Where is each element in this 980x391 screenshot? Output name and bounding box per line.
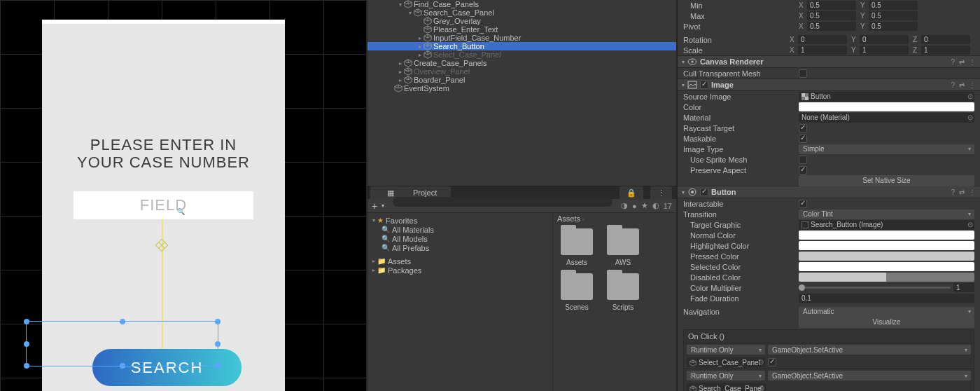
- object-picker-icon[interactable]: ⊙: [759, 384, 764, 391]
- hierarchy-item[interactable]: EventSystem: [368, 84, 676, 92]
- preset-icon[interactable]: ⇄: [959, 188, 965, 196]
- folder-item[interactable]: Scenes: [557, 273, 596, 311]
- button-header[interactable]: ▾ Button ? ⇄ ⋮: [678, 186, 980, 198]
- canvas-renderer-header[interactable]: ▾ Canvas Renderer ? ⇄ ⋮: [678, 55, 980, 68]
- favorite-item[interactable]: 🔍All Materials: [368, 225, 552, 234]
- resize-handle[interactable]: [215, 341, 220, 347]
- scale-x-input[interactable]: [798, 46, 847, 55]
- foldout-icon[interactable]: ▸: [416, 43, 424, 50]
- navigation-dropdown[interactable]: Automatic: [799, 307, 974, 317]
- project-tree[interactable]: ▾★ Favorites 🔍All Materials🔍All Models🔍A…: [368, 213, 553, 391]
- disabled-color-swatch[interactable]: [799, 273, 974, 282]
- project-search-input[interactable]: [393, 197, 612, 207]
- add-button[interactable]: +: [372, 200, 377, 212]
- rot-y-input[interactable]: [860, 35, 909, 44]
- selection-box[interactable]: [26, 321, 218, 366]
- fade-duration-input[interactable]: [799, 294, 974, 303]
- hierarchy-item[interactable]: ▸Search_Button: [368, 42, 676, 50]
- inspector-panel[interactable]: Min X Y Max X Y Pivot X Y Rotation X Y Z…: [676, 0, 980, 391]
- image-type-dropdown[interactable]: Simple: [799, 144, 974, 154]
- set-native-size-button[interactable]: Set Native Size: [799, 175, 974, 186]
- scale-y-input[interactable]: [860, 46, 909, 55]
- source-image-field[interactable]: Button⊙: [799, 92, 974, 102]
- project-panel[interactable]: ▦Project 🔒 ⋮ + ▾ 🔍 ◑ ● ★ ◐ 17 ▾★ Favorit…: [366, 186, 676, 391]
- foldout-icon[interactable]: ▾: [682, 59, 685, 65]
- folder-item[interactable]: Assets: [557, 228, 596, 266]
- folder-item[interactable]: AWS: [603, 228, 643, 266]
- event-arg-checkbox[interactable]: [768, 358, 776, 366]
- runtime-dropdown[interactable]: Runtime Only: [687, 371, 765, 380]
- project-search[interactable]: 🔍: [393, 197, 612, 215]
- event-object-field[interactable]: Search_Case_Panel⊙: [687, 383, 766, 391]
- rot-z-input[interactable]: [921, 35, 970, 44]
- object-picker-icon[interactable]: ⊙: [758, 358, 764, 366]
- hierarchy-item[interactable]: ▸Select_Case_Panel: [368, 50, 676, 59]
- object-picker-icon[interactable]: ⊙: [967, 221, 973, 228]
- scale-z-input[interactable]: [921, 46, 970, 55]
- color-multiplier-slider[interactable]: [799, 287, 951, 289]
- hierarchy-item[interactable]: ▸Overview_Panel: [368, 67, 676, 76]
- image-header[interactable]: ▾ Image ? ⇄ ⋮: [678, 78, 980, 91]
- maskable-checkbox[interactable]: [799, 135, 807, 143]
- highlighted-color-swatch[interactable]: [799, 241, 974, 250]
- rot-x-input[interactable]: [798, 35, 847, 44]
- foldout-icon[interactable]: ▸: [397, 69, 404, 75]
- foldout-icon[interactable]: ▾: [407, 10, 414, 16]
- cull-checkbox[interactable]: [799, 69, 807, 78]
- hidden-toggle-icon[interactable]: ◐: [652, 201, 659, 210]
- breadcrumb[interactable]: Assets ›: [553, 213, 676, 224]
- object-picker-icon[interactable]: ⊙: [967, 92, 973, 100]
- target-graphic-field[interactable]: Search_Button (Image)⊙: [799, 220, 974, 230]
- menu-icon[interactable]: ⋮: [650, 186, 672, 200]
- filter-icon[interactable]: ●: [632, 202, 637, 210]
- case-number-input[interactable]: FIELD: [74, 191, 253, 219]
- packages-folder[interactable]: ▸📁 Packages: [368, 266, 552, 275]
- normal-color-swatch[interactable]: [799, 231, 974, 240]
- help-icon[interactable]: ?: [951, 58, 955, 66]
- pivot-y-input[interactable]: [869, 22, 918, 31]
- resize-handle[interactable]: [215, 363, 220, 369]
- foldout-icon[interactable]: ▾: [682, 82, 685, 88]
- project-grid[interactable]: Assets › AssetsAWSScenesScripts: [553, 213, 676, 391]
- button-enabled-checkbox[interactable]: [700, 188, 708, 196]
- min-y-input[interactable]: [869, 1, 918, 10]
- add-dropdown-icon[interactable]: ▾: [382, 203, 384, 209]
- assets-folder[interactable]: ▸📁 Assets: [368, 256, 552, 266]
- menu-icon[interactable]: ⋮: [969, 81, 976, 89]
- pivot-x-input[interactable]: [807, 22, 856, 31]
- foldout-icon[interactable]: ▾: [397, 1, 404, 8]
- anchor-gizmo[interactable]: [154, 238, 169, 253]
- foldout-icon[interactable]: ▸: [416, 35, 424, 41]
- min-x-input[interactable]: [807, 1, 856, 10]
- foldout-icon[interactable]: ▾: [682, 189, 685, 196]
- favorite-item[interactable]: 🔍All Prefabs: [368, 243, 552, 252]
- color-multiplier-input[interactable]: [953, 283, 974, 292]
- hierarchy-item[interactable]: Please_Enter_Text: [368, 25, 676, 34]
- hierarchy-item[interactable]: Grey_Overlay: [368, 17, 676, 25]
- foldout-icon[interactable]: ▸: [397, 60, 404, 67]
- menu-icon[interactable]: ⋮: [969, 188, 976, 196]
- transition-dropdown[interactable]: Color Tint: [799, 210, 974, 219]
- object-picker-icon[interactable]: ⊙: [967, 114, 973, 121]
- foldout-icon[interactable]: ▸: [416, 52, 424, 58]
- folder-item[interactable]: Scripts: [603, 273, 643, 311]
- hierarchy-panel[interactable]: ▾Find_Case_Panels▾Search_Case_PanelGrey_…: [366, 0, 676, 186]
- visualize-button[interactable]: Visualize: [799, 317, 974, 328]
- hierarchy-item[interactable]: ▸Create_Case_Panels: [368, 59, 676, 67]
- method-dropdown[interactable]: GameObject.SetActive: [768, 345, 971, 355]
- event-object-field[interactable]: Select_Case_Panel⊙: [687, 357, 765, 367]
- resize-handle[interactable]: [215, 319, 220, 324]
- scene-view[interactable]: PLEASE ENTER IN YOUR CASE NUMBER FIELD S…: [0, 0, 366, 391]
- favorites-group[interactable]: ▾★ Favorites: [368, 216, 552, 225]
- preserve-aspect-checkbox[interactable]: [799, 166, 807, 174]
- resize-handle[interactable]: [120, 363, 125, 369]
- material-field[interactable]: None (Material)⊙: [799, 113, 974, 123]
- preset-icon[interactable]: ⇄: [959, 81, 965, 89]
- resize-handle[interactable]: [120, 319, 125, 324]
- resize-handle[interactable]: [24, 341, 29, 347]
- sprite-mesh-checkbox[interactable]: [799, 156, 807, 164]
- method-dropdown[interactable]: GameObject.SetActive: [768, 371, 971, 380]
- favorite-filter-icon[interactable]: ★: [641, 201, 648, 210]
- raycast-checkbox[interactable]: [799, 124, 807, 132]
- pressed-color-swatch[interactable]: [799, 252, 974, 261]
